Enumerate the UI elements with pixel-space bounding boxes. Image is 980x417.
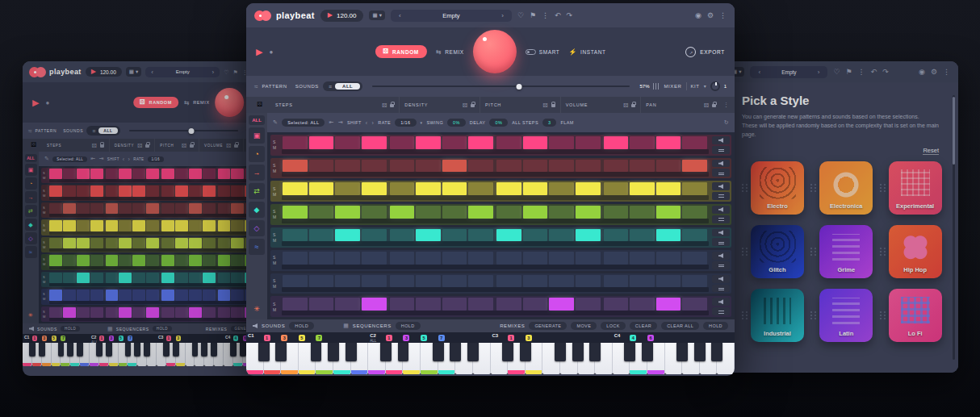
dice-icon[interactable]: ⚄ [137, 143, 142, 148]
play-button[interactable]: ▶ [256, 47, 262, 57]
step-cell[interactable] [468, 229, 493, 242]
piano-black-key[interactable] [450, 343, 461, 361]
columns-menu-icon[interactable]: ⋮ [721, 102, 731, 108]
track-audition-button[interactable] [712, 229, 730, 237]
mute-button[interactable]: M [43, 211, 48, 215]
track-audition-button[interactable] [712, 206, 730, 214]
step-cell[interactable] [189, 290, 202, 300]
piano-black-key[interactable] [520, 343, 531, 361]
piano-black-key[interactable] [380, 343, 392, 361]
step-cell[interactable] [468, 136, 493, 149]
step-cell[interactable] [90, 203, 103, 214]
step-cell[interactable] [231, 290, 244, 300]
step-cell[interactable] [161, 290, 174, 300]
step-cell[interactable] [442, 252, 467, 265]
piano-black-key[interactable] [642, 343, 653, 361]
track-rate-button[interactable] [712, 261, 730, 269]
step-cell[interactable] [90, 220, 103, 231]
dice-icon[interactable]: ⚄ [623, 102, 628, 108]
solo-button[interactable]: S [273, 255, 281, 260]
step-cell[interactable] [175, 307, 188, 318]
favorite-icon[interactable]: ♡ [833, 69, 840, 76]
step-cell[interactable] [416, 298, 441, 311]
step-cell[interactable] [106, 273, 119, 283]
track-rate-button[interactable] [712, 146, 730, 154]
step-cell[interactable] [604, 136, 629, 149]
step-cell[interactable] [576, 229, 601, 242]
step-cell[interactable] [132, 186, 145, 196]
step-cell[interactable] [656, 182, 681, 195]
step-cell[interactable] [549, 182, 574, 195]
step-cell[interactable] [231, 273, 244, 283]
step-cell[interactable] [576, 182, 601, 195]
step-cell[interactable] [390, 252, 415, 265]
step-cell[interactable] [630, 182, 655, 195]
step-cell[interactable] [146, 220, 159, 231]
step-cell[interactable] [496, 160, 521, 173]
key-chip[interactable]: 6 [647, 335, 654, 341]
step-cell[interactable] [49, 273, 62, 283]
preset-selector[interactable]: ‹ Empty › [750, 66, 827, 78]
step-cell[interactable] [77, 186, 90, 196]
step-cell[interactable] [604, 182, 629, 195]
step-cell[interactable] [309, 275, 334, 288]
preset-name[interactable]: Empty [176, 69, 190, 74]
solo-button[interactable]: S [43, 206, 48, 210]
random-button[interactable]: ⚄RANDOM [375, 45, 426, 58]
piano-black-key[interactable] [163, 343, 170, 357]
step-cell[interactable] [416, 182, 441, 195]
style-tile[interactable]: Hip Hop [889, 225, 942, 278]
step-cell[interactable] [283, 298, 308, 311]
step-cell[interactable] [203, 290, 216, 300]
tab-pattern[interactable]: PATTERN [35, 128, 57, 133]
sidebar-pad-icon[interactable]: ▣ [249, 127, 265, 144]
step-cell[interactable] [549, 298, 574, 311]
sidebar-shape-icon[interactable]: ◇ [25, 232, 37, 244]
style-tile[interactable]: Electro [751, 161, 804, 215]
dice-icon[interactable]: ⚄ [258, 102, 263, 108]
step-cell[interactable] [523, 252, 548, 265]
piano-black-key[interactable] [230, 343, 237, 357]
move-button[interactable]: MOVE [571, 322, 597, 330]
step-cell[interactable] [63, 220, 76, 231]
preset-selector[interactable]: ‹ Empty › [145, 67, 220, 77]
swing-value[interactable]: 0% [447, 119, 466, 127]
solo-button[interactable]: S [43, 189, 48, 193]
favorite-icon[interactable]: ♡ [517, 12, 524, 19]
step-cell[interactable] [218, 307, 231, 318]
pattern-dial[interactable] [710, 81, 720, 91]
sidebar-shape-icon[interactable]: ◇ [249, 220, 265, 236]
track-rate-button[interactable] [712, 238, 730, 246]
step-cell[interactable] [496, 275, 521, 288]
website-icon[interactable]: ◉ [695, 12, 701, 19]
preset-prev-icon[interactable]: ‹ [399, 12, 401, 19]
shift-left-icon[interactable]: ‹ [123, 156, 125, 162]
step-cell[interactable] [119, 255, 132, 265]
piano-black-key[interactable] [555, 343, 566, 361]
style-tile[interactable]: Industrial [751, 289, 804, 342]
lock-icon[interactable] [631, 104, 635, 107]
step-cell[interactable] [49, 169, 62, 179]
mute-button[interactable]: M [273, 215, 281, 219]
step-cell[interactable] [63, 307, 76, 318]
redo-icon[interactable]: ↷ [882, 69, 889, 76]
solo-button[interactable]: S [43, 275, 48, 279]
tab-pattern[interactable]: PATTERN [262, 84, 287, 89]
step-cell[interactable] [283, 206, 308, 219]
step-cell[interactable] [231, 203, 244, 214]
step-cell[interactable] [49, 290, 62, 300]
piano-black-key[interactable] [173, 343, 179, 357]
step-cell[interactable] [231, 186, 244, 196]
step-cell[interactable] [146, 273, 159, 283]
step-cell[interactable] [175, 273, 188, 283]
step-cell[interactable] [523, 229, 548, 242]
solo-button[interactable]: S [273, 140, 281, 144]
step-cell[interactable] [496, 298, 521, 311]
step-cell[interactable] [175, 169, 188, 179]
sounds-section-label[interactable]: SOUNDS [37, 327, 57, 332]
settings-gear-icon[interactable]: ⚙ [707, 12, 714, 19]
solo-button[interactable]: S [43, 223, 48, 227]
piano-black-key[interactable] [29, 343, 36, 357]
key-chip[interactable]: 7 [61, 336, 65, 341]
sidebar-all-tab[interactable]: ALL [25, 154, 37, 162]
